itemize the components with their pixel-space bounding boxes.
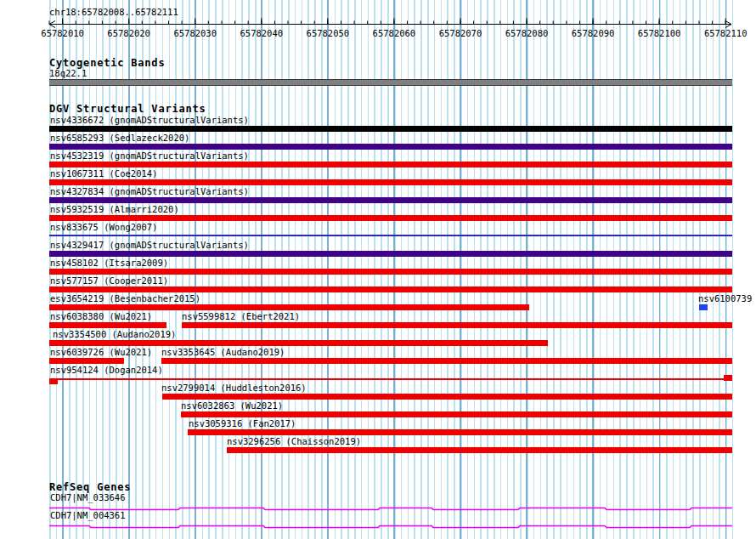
gene-line[interactable]: [49, 526, 732, 528]
gene-line[interactable]: [49, 508, 732, 510]
refseq-gene-lines: [0, 0, 756, 539]
genome-browser-view: chr18:65782008..65782111 657820106578202…: [0, 0, 756, 539]
